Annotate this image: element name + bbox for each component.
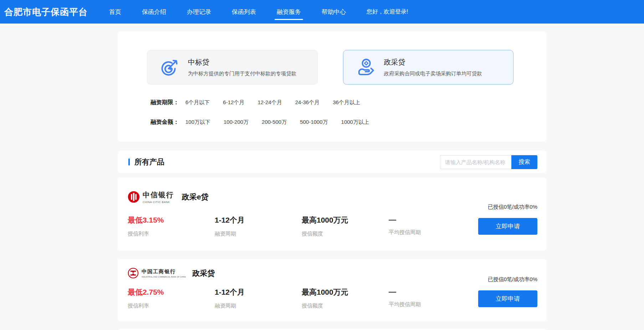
bank-row: 中国工商银行 INDUSTRIAL AND COMMERCIAL BANK OF… <box>128 268 537 279</box>
bank-name-cn: 中信银行 <box>143 190 175 200</box>
filter-option[interactable]: 6-12个月 <box>223 99 244 106</box>
page-title: 所有产品 <box>134 157 164 167</box>
loan-type-name: 政采贷 <box>384 57 482 67</box>
stat-limit: 最高1000万元 授信额度 <box>302 215 389 237</box>
apply-block: 已授信0笔/成功率0% 立即申请 <box>478 204 537 235</box>
nav-item-financing-services[interactable]: 融资服务 <box>277 0 301 24</box>
hand-coin-icon <box>356 58 375 77</box>
product-name: 政采e贷 <box>182 192 209 202</box>
filter-option[interactable]: 100万以下 <box>185 119 210 126</box>
citic-bank-logo <box>128 191 140 203</box>
filter-options-term: 6个月以下 6-12个月 12-24个月 24-36个月 36个月以上 <box>185 99 360 106</box>
filter-option[interactable]: 500-1000万 <box>300 119 328 126</box>
nav-menu: 首页 保函介绍 办理记录 保函列表 融资服务 帮助中心 <box>109 0 346 24</box>
loan-type-card-zhengcai[interactable]: 政采贷 政府采购合同或电子卖场采购订单均可贷款 <box>343 50 514 85</box>
stat-value: — <box>389 215 476 224</box>
bank-name-en: CHINA CITIC BANK <box>143 200 175 204</box>
stat-label: 授信额度 <box>302 303 389 309</box>
loan-type-desc: 为中标方提供的专门用于支付中标款的专项贷款 <box>188 70 297 77</box>
apply-block: 已授信0笔/成功率0% 立即申请 <box>478 276 537 307</box>
search-bar: 搜索 <box>440 155 537 169</box>
loan-type-text: 中标贷 为中标方提供的专门用于支付中标款的专项贷款 <box>188 57 297 77</box>
stat-rate: 最低2.75% 授信利率 <box>128 287 215 309</box>
bank-row: 中信银行 CHINA CITIC BANK 政采e贷 <box>128 190 537 204</box>
products-header-panel: 所有产品 搜索 <box>118 151 546 173</box>
credit-summary: 已授信0笔/成功率0% <box>478 204 537 210</box>
nav-item-help-center[interactable]: 帮助中心 <box>322 0 346 24</box>
stat-cycle: — 平均授信周期 <box>389 215 476 237</box>
stat-limit: 最高1000万元 授信额度 <box>302 287 389 309</box>
apply-now-button[interactable]: 立即申请 <box>478 218 537 235</box>
filter-row-amount: 融资金额： 100万以下 100-200万 200-500万 500-1000万… <box>147 118 513 126</box>
filter-option[interactable]: 12-24个月 <box>257 99 282 106</box>
product-name: 政采贷 <box>192 268 215 278</box>
welcome-login-link[interactable]: 您好，欢迎登录! <box>367 8 408 16</box>
brand-title: 合肥市电子保函平台 <box>4 6 88 18</box>
product-stats: 最低3.15% 授信利率 1-12个月 融资周期 最高1000万元 授信额度 —… <box>128 215 537 237</box>
stat-value: 最低3.15% <box>128 215 215 225</box>
product-card-citic: 中信银行 CHINA CITIC BANK 政采e贷 最低3.15% 授信利率 … <box>118 177 546 251</box>
product-card-partial <box>118 329 546 330</box>
stat-rate: 最低3.15% 授信利率 <box>128 215 215 237</box>
target-arrow-icon <box>160 58 179 77</box>
filter-options-amount: 100万以下 100-200万 200-500万 500-1000万 1000万… <box>185 119 369 126</box>
stat-label: 授信额度 <box>302 230 389 237</box>
loan-filter-panel: 中标贷 为中标方提供的专门用于支付中标款的专项贷款 政采贷 政府采购合同或电子卖… <box>118 31 546 142</box>
product-stats: 最低2.75% 授信利率 1-12个月 融资周期 最高1000万元 授信额度 —… <box>128 287 537 309</box>
nav-item-guarantee-intro[interactable]: 保函介绍 <box>142 0 166 24</box>
loan-type-card-zhongbiao[interactable]: 中标贷 为中标方提供的专门用于支付中标款的专项贷款 <box>147 50 318 85</box>
stat-value: 1-12个月 <box>215 287 302 297</box>
stat-label: 融资周期 <box>215 303 302 309</box>
loan-type-name: 中标贷 <box>188 57 297 67</box>
stat-value: 最高1000万元 <box>302 287 389 297</box>
stat-value: 1-12个月 <box>215 215 302 225</box>
loan-type-text: 政采贷 政府采购合同或电子卖场采购订单均可贷款 <box>384 57 482 77</box>
main-container: 中标贷 为中标方提供的专门用于支付中标款的专项贷款 政采贷 政府采购合同或电子卖… <box>118 31 546 330</box>
bank-name-en: INDUSTRIAL AND COMMERCIAL BANK OF CHINA <box>142 276 186 278</box>
filter-option[interactable]: 100-200万 <box>224 119 249 126</box>
search-button[interactable]: 搜索 <box>511 155 537 169</box>
product-card-icbc: 中国工商银行 INDUSTRIAL AND COMMERCIAL BANK OF… <box>118 259 546 321</box>
icbc-bank-logo <box>128 268 139 279</box>
filter-option[interactable]: 1000万以上 <box>341 119 369 126</box>
search-input[interactable] <box>440 155 511 169</box>
stat-value: 最高1000万元 <box>302 215 389 225</box>
nav-item-processing-records[interactable]: 办理记录 <box>187 0 211 24</box>
filter-row-term: 融资期限： 6个月以下 6-12个月 12-24个月 24-36个月 36个月以… <box>147 99 513 106</box>
stat-cycle: — 平均授信周期 <box>389 287 476 309</box>
stat-label: 平均授信周期 <box>389 301 476 308</box>
loan-type-desc: 政府采购合同或电子卖场采购订单均可贷款 <box>384 70 482 77</box>
filter-option[interactable]: 200-500万 <box>262 119 287 126</box>
filter-option[interactable]: 6个月以下 <box>185 99 210 106</box>
stat-term: 1-12个月 融资周期 <box>215 287 302 309</box>
apply-now-button[interactable]: 立即申请 <box>478 290 537 307</box>
bank-names: 中国工商银行 INDUSTRIAL AND COMMERCIAL BANK OF… <box>142 268 186 278</box>
filter-option[interactable]: 36个月以上 <box>333 99 360 106</box>
credit-summary: 已授信0笔/成功率0% <box>478 276 537 283</box>
top-navbar: 合肥市电子保函平台 首页 保函介绍 办理记录 保函列表 融资服务 帮助中心 您好… <box>0 0 644 24</box>
nav-item-guarantee-list[interactable]: 保函列表 <box>232 0 256 24</box>
title-accent-bar <box>128 158 130 166</box>
stat-label: 授信利率 <box>128 230 215 237</box>
filter-label-term: 融资期限： <box>150 99 179 106</box>
stat-term: 1-12个月 融资周期 <box>215 215 302 237</box>
nav-item-home[interactable]: 首页 <box>109 0 121 24</box>
bank-name-cn: 中国工商银行 <box>142 268 186 275</box>
stat-value: — <box>389 287 476 296</box>
loan-type-cards: 中标贷 为中标方提供的专门用于支付中标款的专项贷款 政采贷 政府采购合同或电子卖… <box>147 50 513 85</box>
bank-names: 中信银行 CHINA CITIC BANK <box>143 190 175 204</box>
filter-label-amount: 融资金额： <box>150 118 179 126</box>
stat-label: 授信利率 <box>128 303 215 309</box>
stat-value: 最低2.75% <box>128 287 215 297</box>
stat-label: 融资周期 <box>215 230 302 237</box>
filter-option[interactable]: 24-36个月 <box>295 99 320 106</box>
stat-label: 平均授信周期 <box>389 229 476 236</box>
